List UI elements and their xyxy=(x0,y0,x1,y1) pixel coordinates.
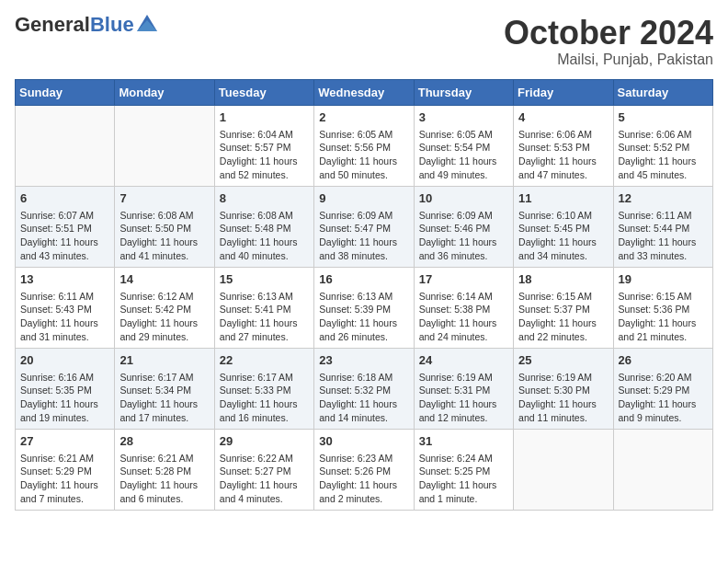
svg-marker-1 xyxy=(137,20,157,31)
day-info: Sunrise: 6:20 AMSunset: 5:29 PMDaylight:… xyxy=(619,371,708,425)
calendar-cell: 8Sunrise: 6:08 AMSunset: 5:48 PMDaylight… xyxy=(214,186,313,267)
day-number: 29 xyxy=(220,433,309,450)
calendar-week-row: 6Sunrise: 6:07 AMSunset: 5:51 PMDaylight… xyxy=(16,186,713,267)
title-block: October 2024 Mailsi, Punjab, Pakistan xyxy=(504,15,713,68)
calendar-title: October 2024 xyxy=(504,15,713,52)
day-info: Sunrise: 6:04 AMSunset: 5:57 PMDaylight:… xyxy=(220,128,309,182)
calendar-cell: 4Sunrise: 6:06 AMSunset: 5:53 PMDaylight… xyxy=(514,105,613,186)
calendar-cell: 20Sunrise: 6:16 AMSunset: 5:35 PMDayligh… xyxy=(16,348,115,429)
calendar-cell: 12Sunrise: 6:11 AMSunset: 5:44 PMDayligh… xyxy=(613,186,712,267)
day-info: Sunrise: 6:05 AMSunset: 5:56 PMDaylight:… xyxy=(319,128,408,182)
day-info: Sunrise: 6:21 AMSunset: 5:28 PMDaylight:… xyxy=(119,452,209,506)
day-info: Sunrise: 6:15 AMSunset: 5:36 PMDaylight:… xyxy=(619,290,708,344)
logo-text: GeneralBlue xyxy=(15,15,134,35)
day-info: Sunrise: 6:12 AMSunset: 5:42 PMDaylight:… xyxy=(119,290,209,344)
day-number: 16 xyxy=(319,271,408,288)
day-info: Sunrise: 6:17 AMSunset: 5:33 PMDaylight:… xyxy=(220,371,309,425)
day-number: 15 xyxy=(220,271,309,288)
weekday-header: Saturday xyxy=(613,79,712,105)
calendar-cell: 24Sunrise: 6:19 AMSunset: 5:31 PMDayligh… xyxy=(414,348,513,429)
calendar-cell xyxy=(613,429,712,510)
day-number: 9 xyxy=(319,190,408,207)
day-number: 21 xyxy=(119,352,209,369)
day-info: Sunrise: 6:18 AMSunset: 5:32 PMDaylight:… xyxy=(319,371,408,425)
calendar-cell: 27Sunrise: 6:21 AMSunset: 5:29 PMDayligh… xyxy=(16,429,115,510)
page-header: GeneralBlue October 2024 Mailsi, Punjab,… xyxy=(15,15,713,68)
weekday-header: Wednesday xyxy=(314,79,414,105)
weekday-header: Thursday xyxy=(414,79,513,105)
day-info: Sunrise: 6:15 AMSunset: 5:37 PMDaylight:… xyxy=(518,290,608,344)
calendar-cell: 5Sunrise: 6:06 AMSunset: 5:52 PMDaylight… xyxy=(613,105,712,186)
calendar-cell: 31Sunrise: 6:24 AMSunset: 5:25 PMDayligh… xyxy=(414,429,513,510)
calendar-cell: 25Sunrise: 6:19 AMSunset: 5:30 PMDayligh… xyxy=(514,348,613,429)
calendar-cell: 29Sunrise: 6:22 AMSunset: 5:27 PMDayligh… xyxy=(214,429,313,510)
day-number: 24 xyxy=(419,352,508,369)
calendar-cell: 26Sunrise: 6:20 AMSunset: 5:29 PMDayligh… xyxy=(613,348,712,429)
calendar-cell: 30Sunrise: 6:23 AMSunset: 5:26 PMDayligh… xyxy=(314,429,414,510)
day-info: Sunrise: 6:17 AMSunset: 5:34 PMDaylight:… xyxy=(119,371,209,425)
day-number: 2 xyxy=(319,109,408,126)
day-number: 13 xyxy=(20,271,109,288)
calendar-cell xyxy=(514,429,613,510)
calendar-cell: 10Sunrise: 6:09 AMSunset: 5:46 PMDayligh… xyxy=(414,186,513,267)
day-info: Sunrise: 6:13 AMSunset: 5:41 PMDaylight:… xyxy=(220,290,309,344)
weekday-header: Monday xyxy=(115,79,214,105)
logo-icon xyxy=(137,15,157,31)
day-number: 23 xyxy=(319,352,408,369)
day-number: 30 xyxy=(319,433,408,450)
calendar-week-row: 13Sunrise: 6:11 AMSunset: 5:43 PMDayligh… xyxy=(16,267,713,348)
calendar-cell: 7Sunrise: 6:08 AMSunset: 5:50 PMDaylight… xyxy=(115,186,214,267)
calendar-cell: 2Sunrise: 6:05 AMSunset: 5:56 PMDaylight… xyxy=(314,105,414,186)
day-info: Sunrise: 6:05 AMSunset: 5:54 PMDaylight:… xyxy=(419,128,508,182)
calendar-cell xyxy=(16,105,115,186)
day-info: Sunrise: 6:10 AMSunset: 5:45 PMDaylight:… xyxy=(518,209,608,263)
calendar-cell: 11Sunrise: 6:10 AMSunset: 5:45 PMDayligh… xyxy=(514,186,613,267)
calendar-week-row: 20Sunrise: 6:16 AMSunset: 5:35 PMDayligh… xyxy=(16,348,713,429)
day-info: Sunrise: 6:07 AMSunset: 5:51 PMDaylight:… xyxy=(20,209,109,263)
calendar-cell: 19Sunrise: 6:15 AMSunset: 5:36 PMDayligh… xyxy=(613,267,712,348)
day-info: Sunrise: 6:11 AMSunset: 5:44 PMDaylight:… xyxy=(619,209,708,263)
day-number: 5 xyxy=(619,109,708,126)
calendar-week-row: 1Sunrise: 6:04 AMSunset: 5:57 PMDaylight… xyxy=(16,105,713,186)
calendar-subtitle: Mailsi, Punjab, Pakistan xyxy=(504,52,713,68)
day-info: Sunrise: 6:08 AMSunset: 5:48 PMDaylight:… xyxy=(220,209,309,263)
day-number: 1 xyxy=(220,109,309,126)
day-number: 17 xyxy=(419,271,508,288)
day-number: 19 xyxy=(619,271,708,288)
calendar-cell: 9Sunrise: 6:09 AMSunset: 5:47 PMDaylight… xyxy=(314,186,414,267)
calendar-header-row: SundayMondayTuesdayWednesdayThursdayFrid… xyxy=(16,79,713,105)
logo: GeneralBlue xyxy=(15,15,157,35)
day-info: Sunrise: 6:21 AMSunset: 5:29 PMDaylight:… xyxy=(20,452,109,506)
day-info: Sunrise: 6:23 AMSunset: 5:26 PMDaylight:… xyxy=(319,452,408,506)
calendar-cell: 28Sunrise: 6:21 AMSunset: 5:28 PMDayligh… xyxy=(115,429,214,510)
day-number: 14 xyxy=(119,271,209,288)
day-info: Sunrise: 6:14 AMSunset: 5:38 PMDaylight:… xyxy=(419,290,508,344)
day-number: 31 xyxy=(419,433,508,450)
day-info: Sunrise: 6:06 AMSunset: 5:53 PMDaylight:… xyxy=(518,128,608,182)
day-info: Sunrise: 6:22 AMSunset: 5:27 PMDaylight:… xyxy=(220,452,309,506)
day-info: Sunrise: 6:08 AMSunset: 5:50 PMDaylight:… xyxy=(119,209,209,263)
day-number: 28 xyxy=(119,433,209,450)
calendar-cell: 14Sunrise: 6:12 AMSunset: 5:42 PMDayligh… xyxy=(115,267,214,348)
day-number: 20 xyxy=(20,352,109,369)
day-number: 18 xyxy=(518,271,608,288)
day-number: 10 xyxy=(419,190,508,207)
calendar-cell xyxy=(115,105,214,186)
calendar-cell: 23Sunrise: 6:18 AMSunset: 5:32 PMDayligh… xyxy=(314,348,414,429)
day-info: Sunrise: 6:11 AMSunset: 5:43 PMDaylight:… xyxy=(20,290,109,344)
calendar-cell: 21Sunrise: 6:17 AMSunset: 5:34 PMDayligh… xyxy=(115,348,214,429)
day-number: 11 xyxy=(518,190,608,207)
calendar-cell: 17Sunrise: 6:14 AMSunset: 5:38 PMDayligh… xyxy=(414,267,513,348)
calendar-cell: 22Sunrise: 6:17 AMSunset: 5:33 PMDayligh… xyxy=(214,348,313,429)
calendar-table: SundayMondayTuesdayWednesdayThursdayFrid… xyxy=(15,79,713,511)
weekday-header: Tuesday xyxy=(214,79,313,105)
day-info: Sunrise: 6:16 AMSunset: 5:35 PMDaylight:… xyxy=(20,371,109,425)
day-number: 26 xyxy=(619,352,708,369)
day-info: Sunrise: 6:09 AMSunset: 5:47 PMDaylight:… xyxy=(319,209,408,263)
day-info: Sunrise: 6:24 AMSunset: 5:25 PMDaylight:… xyxy=(419,452,508,506)
weekday-header: Sunday xyxy=(16,79,115,105)
calendar-cell: 16Sunrise: 6:13 AMSunset: 5:39 PMDayligh… xyxy=(314,267,414,348)
day-info: Sunrise: 6:13 AMSunset: 5:39 PMDaylight:… xyxy=(319,290,408,344)
calendar-cell: 3Sunrise: 6:05 AMSunset: 5:54 PMDaylight… xyxy=(414,105,513,186)
day-number: 3 xyxy=(419,109,508,126)
